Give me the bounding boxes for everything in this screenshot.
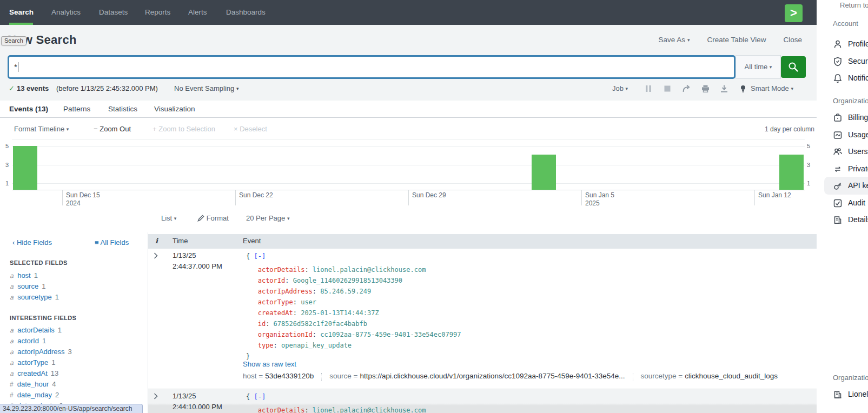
time-range-picker[interactable]: All time ▾ bbox=[736, 55, 781, 79]
deselect-button[interactable]: × Deselect bbox=[234, 125, 267, 133]
shield-icon bbox=[833, 57, 843, 66]
field-item-actorDetails[interactable]: aactorDetails1 bbox=[10, 326, 62, 334]
all-fields-link[interactable]: ≡ All Fields bbox=[95, 238, 129, 247]
wallet-icon bbox=[833, 113, 843, 123]
field-count: 3 bbox=[68, 348, 72, 356]
expand-chevron-icon[interactable] bbox=[154, 251, 158, 261]
format-timeline-menu[interactable]: Format Timeline ▾ bbox=[14, 125, 69, 133]
event-sampling-menu[interactable]: No Event Sampling ▾ bbox=[174, 84, 238, 92]
nav-item-datasets[interactable]: Datasets bbox=[99, 0, 128, 25]
print-icon[interactable] bbox=[701, 85, 710, 92]
panel-item-usage[interactable]: Usage bbox=[833, 126, 868, 144]
format-menu[interactable]: Format bbox=[197, 214, 229, 222]
tab-visualization[interactable]: Visualization bbox=[154, 105, 195, 113]
panel-item-security[interactable]: Security bbox=[833, 53, 868, 70]
pause-icon[interactable] bbox=[645, 85, 652, 92]
event-field-value[interactable]: https://api.clickhouse.cloud/v1/organiza… bbox=[360, 372, 625, 381]
tab-patterns[interactable]: Patterns bbox=[63, 105, 90, 113]
x-axis-label: Sun Dec 29 bbox=[412, 191, 446, 199]
list-view-menu[interactable]: List ▾ bbox=[161, 214, 176, 222]
nav-item-reports[interactable]: Reports bbox=[145, 0, 170, 25]
x-axis-tick bbox=[581, 190, 582, 207]
account-settings-panel: Return to AccountProfileSecurityNotifica… bbox=[817, 0, 868, 413]
x-axis-label: Sun Jan 12 bbox=[758, 191, 791, 199]
save-as-button[interactable]: Save As ▾ bbox=[659, 36, 690, 44]
event-timeline-chart[interactable]: 553311Sun Dec 152024Sun Dec 22Sun Dec 29… bbox=[0, 139, 817, 205]
field-item-sourcetype[interactable]: asourcetype1 bbox=[10, 293, 59, 301]
hide-fields-link[interactable]: ‹ Hide Fields bbox=[12, 238, 52, 247]
bell-icon bbox=[833, 74, 843, 83]
field-item-createdAt[interactable]: acreatedAt13 bbox=[10, 369, 58, 377]
tab-statistics[interactable]: Statistics bbox=[108, 105, 137, 113]
time-range-label: All time bbox=[745, 63, 768, 71]
string-field-icon: a bbox=[10, 370, 14, 377]
event-time: 1/13/252:44:10.000 PM bbox=[173, 391, 222, 412]
return-to-link[interactable]: Return to bbox=[840, 1, 868, 9]
event-json: { [-] actorDetails: lionel.palacin@click… bbox=[246, 391, 426, 413]
field-count: 13 bbox=[51, 369, 58, 377]
field-item-date_mday[interactable]: #date_mday2 bbox=[10, 391, 59, 399]
zoom-out-button[interactable]: − Zoom Out bbox=[94, 125, 131, 133]
field-name: actorType bbox=[17, 358, 48, 367]
splunk-logo[interactable]: > bbox=[785, 4, 803, 22]
field-count: 2 bbox=[55, 391, 59, 399]
create-table-view-button[interactable]: Create Table View bbox=[707, 36, 766, 44]
panel-item-billing[interactable]: Billing bbox=[833, 109, 868, 126]
event-time: 1/13/252:44:37.000 PM bbox=[173, 250, 222, 272]
timeline-bar[interactable] bbox=[532, 155, 556, 190]
smart-mode-menu[interactable]: Smart Mode ▾ bbox=[751, 84, 793, 92]
col-time: Time bbox=[173, 237, 188, 245]
export-icon[interactable] bbox=[720, 85, 728, 92]
event-row: 1/13/252:44:37.000 PM{ [-] actorDetails:… bbox=[148, 249, 817, 389]
browser-status-url: 34.29.223.20:8000/en-US/app/search/searc… bbox=[0, 404, 143, 413]
nav-item-search[interactable]: Search bbox=[9, 0, 34, 25]
field-item-actorIpAddress[interactable]: aactorIpAddress3 bbox=[10, 348, 72, 356]
field-item-date_hour[interactable]: #date_hour4 bbox=[10, 380, 56, 388]
panel-item-lionel[interactable]: Lionel bbox=[833, 386, 868, 403]
show-raw-text-link[interactable]: Show as raw text bbox=[243, 360, 296, 368]
nav-item-dashboards[interactable]: Dashboards bbox=[226, 0, 266, 25]
y-axis-label-left: 1 bbox=[2, 180, 9, 186]
panel-item-users[interactable]: Users bbox=[833, 143, 868, 161]
share-icon[interactable] bbox=[683, 85, 691, 92]
string-field-icon: a bbox=[10, 272, 14, 279]
panel-item-audit[interactable]: Audit bbox=[833, 195, 868, 212]
field-name: source bbox=[17, 282, 38, 290]
panel-item-label: Billing bbox=[848, 113, 868, 122]
close-button[interactable]: Close bbox=[783, 36, 802, 44]
job-menu[interactable]: Job ▾ bbox=[612, 84, 628, 92]
field-item-actorType[interactable]: aactorType1 bbox=[10, 358, 55, 367]
field-item-actorId[interactable]: aactorId1 bbox=[10, 337, 46, 345]
search-button[interactable] bbox=[781, 56, 806, 78]
x-axis-tick bbox=[235, 190, 236, 207]
panel-item-profile[interactable]: Profile bbox=[833, 36, 868, 53]
panel-section-account: Account bbox=[833, 19, 858, 28]
event-field-value[interactable]: 53de4339120b bbox=[265, 372, 314, 381]
stop-icon[interactable] bbox=[664, 85, 671, 92]
field-item-host[interactable]: ahost1 bbox=[10, 271, 38, 279]
per-page-menu[interactable]: 20 Per Page ▾ bbox=[246, 214, 289, 222]
fields-sidebar: ‹ Hide Fields ≡ All Fields SELECTED FIEL… bbox=[0, 232, 148, 413]
search-query-input[interactable]: * bbox=[8, 55, 736, 79]
event-field-value[interactable]: clickhouse_cloud_audit_logs bbox=[685, 372, 778, 381]
events-table: i Time Event 1/13/252:44:37.000 PM{ [-] … bbox=[148, 232, 817, 413]
tab-events[interactable]: Events (13) bbox=[9, 105, 48, 113]
expand-chevron-icon[interactable] bbox=[154, 392, 158, 402]
event-selected-fields: host = 53de4339120bsource = https://api.… bbox=[243, 372, 778, 381]
header-actions: Save As ▾Create Table ViewClose bbox=[659, 36, 802, 44]
search-hover-tooltip: Search bbox=[1, 36, 26, 45]
field-item-source[interactable]: asource1 bbox=[10, 282, 45, 290]
job-status-bar: ✓ 13 events (before 1/13/25 2:45:32.000 … bbox=[0, 81, 817, 97]
zoom-to-selection-button[interactable]: + Zoom to Selection bbox=[153, 125, 215, 133]
success-check-icon: ✓ bbox=[9, 84, 15, 92]
audit-icon bbox=[833, 198, 843, 208]
nav-item-analytics[interactable]: Analytics bbox=[51, 0, 81, 25]
timeline-bar[interactable] bbox=[13, 146, 37, 190]
panel-item-notifications[interactable]: Notifications bbox=[833, 70, 868, 87]
nav-item-alerts[interactable]: Alerts bbox=[188, 0, 207, 25]
panel-item-label: Usage bbox=[848, 130, 868, 139]
timeline-bar[interactable] bbox=[779, 155, 804, 190]
panel-item-details[interactable]: Details bbox=[833, 211, 868, 229]
panel-item-api-keys[interactable]: API keys bbox=[833, 177, 868, 195]
panel-item-private-endpoints[interactable]: Private endpoints bbox=[833, 161, 868, 178]
